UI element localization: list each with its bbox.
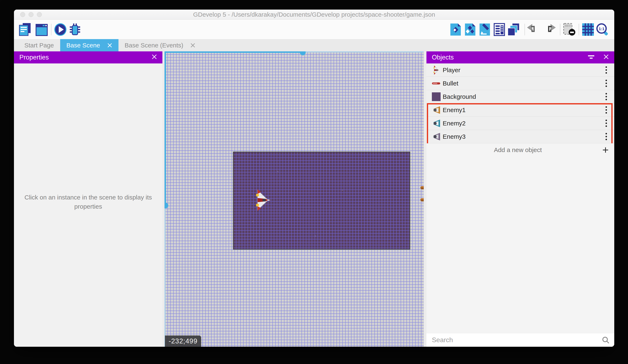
properties-empty-message: Click on an instance in the scene to dis… xyxy=(14,193,162,211)
enemy1-thumbnail-icon xyxy=(430,106,443,115)
toolbar: 1:1 xyxy=(14,20,614,39)
instances-list-icon[interactable] xyxy=(493,23,506,36)
layers-icon[interactable] xyxy=(507,23,520,36)
selection-border-left-faded xyxy=(164,205,165,347)
objects-editor-icon[interactable] xyxy=(449,23,462,36)
enemy2-thumbnail-icon xyxy=(430,119,443,128)
objects-panel-title: Objects xyxy=(432,54,454,61)
object-row-enemy1[interactable]: Enemy1 xyxy=(426,103,614,117)
tab-label: Start Page xyxy=(24,42,54,49)
properties-pencil-icon[interactable] xyxy=(478,23,491,36)
panel-gap xyxy=(162,51,164,347)
add-object-row[interactable]: Add a new object + xyxy=(426,143,614,157)
objects-panel-header: Objects xyxy=(426,51,614,63)
zoom-1-1-icon[interactable]: 1:1 xyxy=(596,23,609,36)
object-groups-icon[interactable] xyxy=(464,23,477,36)
toolbar-separator xyxy=(579,24,579,35)
tab-start-page[interactable]: Start Page xyxy=(18,39,60,51)
app-window: GDevelop 5 - /Users/dkarakay/Documents/G… xyxy=(14,9,614,347)
object-label: Player xyxy=(443,66,600,74)
search-icon[interactable] xyxy=(602,336,610,345)
object-menu-kebab-icon[interactable] xyxy=(600,120,614,127)
player-ship-instance[interactable] xyxy=(255,189,270,212)
toolbar-separator xyxy=(525,24,525,35)
object-menu-kebab-icon[interactable] xyxy=(600,80,614,87)
object-label: Enemy3 xyxy=(443,133,600,140)
tab-label: Base Scene (Events) xyxy=(125,42,183,49)
object-label: Background xyxy=(443,93,600,100)
grid-icon[interactable] xyxy=(582,23,594,36)
object-row-enemy2[interactable]: Enemy2 xyxy=(426,117,614,130)
enemy3-thumbnail-icon xyxy=(430,132,443,141)
selection-border-top xyxy=(164,51,305,53)
object-label: Enemy1 xyxy=(443,107,600,114)
selection-handle-left[interactable] xyxy=(164,203,168,208)
undo-icon[interactable] xyxy=(527,23,540,36)
object-label: Enemy2 xyxy=(443,120,600,127)
object-row-bullet[interactable]: Bullet xyxy=(426,77,614,90)
bullet-thumbnail-icon xyxy=(430,81,443,85)
object-label: Bullet xyxy=(443,80,600,87)
object-menu-kebab-icon[interactable] xyxy=(600,106,614,114)
objects-panel-empty-area xyxy=(426,157,614,333)
object-menu-kebab-icon[interactable] xyxy=(600,66,614,74)
tab-close-icon[interactable] xyxy=(107,43,112,48)
objects-panel: Objects PlayerBulletBackgroundEnemy1Enem… xyxy=(426,51,614,347)
project-manager-icon[interactable] xyxy=(18,23,31,36)
scene-canvas[interactable]: -232;499 xyxy=(164,51,424,347)
selection-handle-top[interactable] xyxy=(300,51,306,55)
cursor-coordinates-badge: -232;499 xyxy=(165,336,201,347)
debugger-bug-icon[interactable] xyxy=(69,23,81,36)
background-thumbnail-icon xyxy=(430,92,443,101)
plus-icon[interactable]: + xyxy=(597,144,614,156)
object-menu-kebab-icon[interactable] xyxy=(600,93,614,100)
selection-border-top-faded xyxy=(305,51,424,53)
tab-label: Base Scene xyxy=(67,42,100,49)
title-bar: GDevelop 5 - /Users/dkarakay/Documents/G… xyxy=(14,9,614,20)
player-thumbnail-icon xyxy=(430,65,443,75)
search-input[interactable] xyxy=(426,336,593,344)
close-icon[interactable] xyxy=(152,54,157,61)
tab-close-icon[interactable] xyxy=(190,43,195,48)
filter-icon[interactable] xyxy=(588,54,594,61)
play-icon[interactable] xyxy=(54,23,67,36)
objects-list: PlayerBulletBackgroundEnemy1Enemy2Enemy3 xyxy=(426,63,614,143)
object-row-player[interactable]: Player xyxy=(426,63,614,77)
properties-panel-header: Properties xyxy=(14,51,162,63)
object-row-enemy3[interactable]: Enemy3 xyxy=(426,130,614,143)
selection-border-left xyxy=(164,51,166,205)
toolbar-separator xyxy=(560,24,560,35)
clipped-enemy-sprite[interactable] xyxy=(420,186,424,189)
objects-search-bar xyxy=(426,333,614,347)
main-content: Properties Click on an instance in the s… xyxy=(14,51,614,347)
add-object-label: Add a new object xyxy=(426,146,597,154)
object-menu-kebab-icon[interactable] xyxy=(600,133,614,140)
properties-panel-title: Properties xyxy=(19,54,49,61)
tab-base-scene-events[interactable]: Base Scene (Events) xyxy=(118,39,202,51)
close-icon[interactable] xyxy=(603,54,609,61)
panel-gap xyxy=(424,51,426,347)
clipped-enemy-sprite[interactable] xyxy=(420,198,424,201)
redo-icon[interactable] xyxy=(543,23,556,36)
object-row-background[interactable]: Background xyxy=(426,90,614,103)
window-title: GDevelop 5 - /Users/dkarakay/Documents/G… xyxy=(14,9,614,20)
tab-base-scene[interactable]: Base Scene xyxy=(60,39,118,51)
tab-bar: Start PageBase SceneBase Scene (Events) xyxy=(14,39,614,51)
svg-text:1:1: 1:1 xyxy=(599,27,605,31)
properties-panel: Properties Click on an instance in the s… xyxy=(14,51,162,347)
window-mask-icon[interactable] xyxy=(563,23,576,36)
toolbar-separator xyxy=(51,24,51,35)
scene-window-icon[interactable] xyxy=(35,23,48,36)
